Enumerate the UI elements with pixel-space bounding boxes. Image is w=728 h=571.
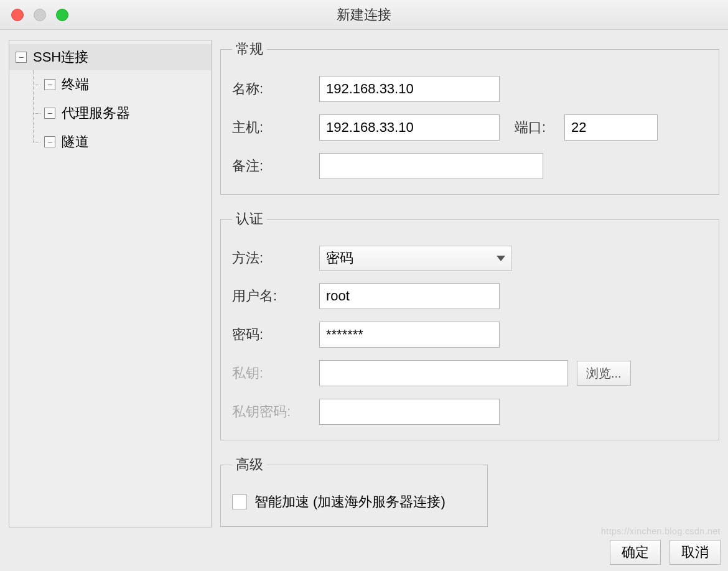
content-area: − SSH连接 − 终端 − 代理服务器 − 隧道 常规 名称: 主机: 端口: [0, 30, 728, 527]
method-select[interactable]: 密码 [319, 246, 512, 271]
user-label: 用户名: [232, 287, 319, 305]
traffic-lights [11, 9, 68, 21]
category-sidebar: − SSH连接 − 终端 − 代理服务器 − 隧道 [9, 40, 212, 527]
minimize-window-button[interactable] [34, 9, 46, 21]
privatekey-input [319, 360, 568, 386]
name-input[interactable] [319, 76, 500, 102]
privatekey-label: 私钥: [232, 364, 319, 383]
tree-item-tunnel[interactable]: − 隧道 [9, 128, 211, 156]
pkpass-label: 私钥密码: [232, 402, 319, 421]
smart-accel-checkbox[interactable] [232, 494, 247, 509]
cancel-button[interactable]: 取消 [670, 540, 721, 565]
ok-button[interactable]: 确定 [610, 540, 661, 565]
name-label: 名称: [232, 80, 319, 98]
general-legend: 常规 [232, 40, 267, 58]
chevron-down-icon [497, 256, 505, 261]
general-fieldset: 常规 名称: 主机: 端口: 备注: [220, 40, 719, 195]
host-label: 主机: [232, 118, 319, 137]
smart-accel-label: 智能加速 (加速海外服务器连接) [254, 493, 446, 511]
tree-item-proxy[interactable]: − 代理服务器 [9, 99, 211, 128]
collapse-icon: − [44, 108, 55, 119]
close-window-button[interactable] [11, 9, 24, 21]
method-selected-value: 密码 [326, 249, 353, 267]
tree-root-ssh[interactable]: − SSH连接 [9, 44, 211, 70]
watermark-text: https://xinchen.blog.csdn.net [601, 526, 721, 536]
remark-input[interactable] [319, 153, 543, 179]
tree-root-label: SSH连接 [33, 48, 88, 67]
form-panel: 常规 名称: 主机: 端口: 备注: 认证 方法: 密码 [220, 40, 719, 527]
host-input[interactable] [319, 114, 500, 141]
window-title: 新建连接 [0, 6, 728, 24]
password-label: 密码: [232, 325, 319, 344]
port-input[interactable] [564, 114, 658, 141]
collapse-icon: − [16, 52, 27, 63]
collapse-icon: − [44, 136, 55, 147]
collapse-icon: − [44, 79, 55, 90]
dialog-footer: 确定 取消 [610, 540, 721, 565]
advanced-legend: 高级 [232, 455, 267, 474]
auth-legend: 认证 [232, 210, 267, 228]
window-titlebar: 新建连接 [0, 0, 728, 30]
pkpass-input [319, 399, 500, 425]
auth-fieldset: 认证 方法: 密码 用户名: 密码: 私钥: 浏览... [220, 210, 719, 440]
remark-label: 备注: [232, 157, 319, 175]
browse-button[interactable]: 浏览... [577, 361, 631, 386]
username-input[interactable] [319, 283, 500, 309]
tree-item-label: 隧道 [62, 132, 89, 151]
method-label: 方法: [232, 249, 319, 267]
password-input[interactable] [319, 322, 500, 348]
tree-item-terminal[interactable]: − 终端 [9, 70, 211, 99]
advanced-fieldset: 高级 智能加速 (加速海外服务器连接) [220, 455, 488, 527]
zoom-window-button[interactable] [56, 9, 68, 21]
port-label: 端口: [515, 118, 564, 137]
tree-item-label: 代理服务器 [62, 104, 130, 123]
tree-item-label: 终端 [62, 75, 89, 94]
